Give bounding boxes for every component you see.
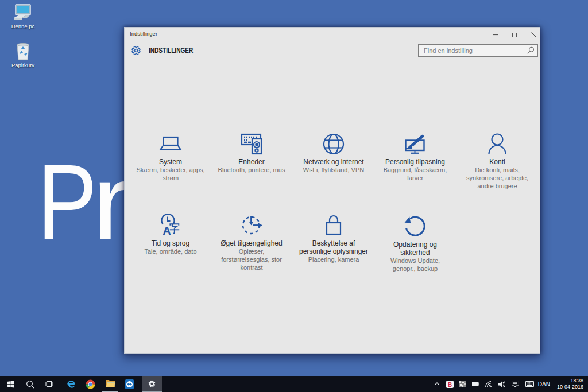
svg-text:A: A xyxy=(163,224,171,237)
svg-text:B: B xyxy=(448,381,452,387)
